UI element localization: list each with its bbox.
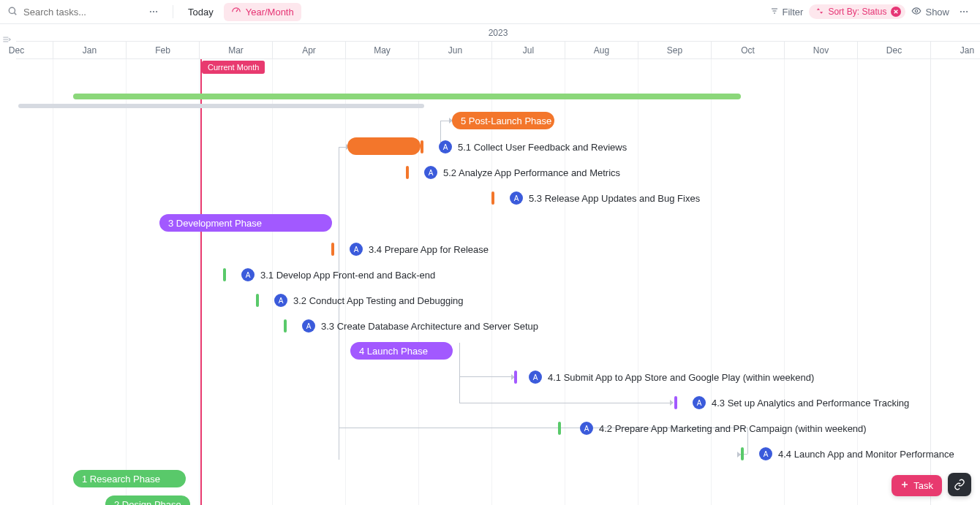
phase-4-launch[interactable]: 4 Launch Phase (350, 342, 453, 360)
month-cell: Nov (784, 42, 857, 59)
phase-2-design[interactable]: 2 Design Phase (105, 495, 190, 505)
task-3-1-tick[interactable] (223, 268, 226, 281)
svg-point-0 (9, 7, 15, 13)
summary-bar-green[interactable] (73, 94, 741, 99)
task-4-4-tick[interactable] (741, 447, 744, 460)
plus-icon (900, 480, 909, 491)
grid-line (272, 59, 273, 505)
filter-label: Filter (783, 7, 804, 18)
task-4-4[interactable]: A 4.4 Launch App and Monitor Performance (759, 447, 954, 460)
task-4-1-tick[interactable] (514, 371, 517, 384)
task-label: 4.3 Set up Analytics and Performance Tra… (712, 398, 909, 409)
summary-bar-grey[interactable] (18, 104, 424, 108)
avatar: A (759, 447, 772, 460)
task-label: 4.1 Submit App to App Store and Google P… (548, 372, 814, 383)
phase-5-post-launch[interactable]: 5 Post-Launch Phase (452, 112, 554, 129)
task-4-1[interactable]: A 4.1 Submit App to App Store and Google… (529, 371, 814, 384)
avatar: A (274, 294, 287, 307)
task-3-3[interactable]: A 3.3 Create Database Architecture and S… (302, 319, 538, 333)
grid-line (126, 59, 127, 505)
task-3-4[interactable]: A 3.4 Prepare App for Release (350, 243, 489, 256)
task-4-2-tick[interactable] (558, 422, 561, 435)
today-button[interactable]: Today (184, 4, 218, 20)
avatar: A (439, 140, 452, 153)
grid-line (711, 59, 712, 505)
grid-line (345, 59, 346, 505)
grid-line (418, 59, 419, 505)
task-3-4-tick[interactable] (331, 243, 334, 256)
toolbar-right: Filter Sort By: Status Show (770, 3, 973, 20)
task-label: 5.1 Collect User Feedback and Reviews (458, 142, 627, 153)
task-5-1-tick[interactable] (421, 140, 423, 153)
task-3-3-tick[interactable] (284, 319, 287, 333)
month-cell: Aug (565, 42, 638, 59)
avatar: A (302, 319, 315, 333)
current-month-badge: Current Month (202, 61, 265, 74)
task-label: 3.2 Conduct App Testing and Debugging (293, 295, 464, 306)
svg-point-3 (153, 11, 154, 12)
month-cell: Jul (491, 42, 565, 59)
grid-line (53, 59, 53, 505)
avatar: A (693, 396, 706, 409)
task-3-2[interactable]: A 3.2 Conduct App Testing and Debugging (274, 294, 464, 307)
scale-selector[interactable]: Year/Month (224, 3, 301, 21)
task-4-2[interactable]: A 4.2 Prepare App Marketing and PR Campa… (580, 422, 867, 435)
show-button[interactable]: Show (911, 6, 949, 18)
link-fab-button[interactable] (948, 473, 971, 496)
new-task-button[interactable]: Task (892, 475, 942, 496)
avatar: A (529, 371, 542, 384)
month-cell: Jan (930, 42, 980, 59)
eye-icon (911, 6, 921, 18)
avatar: A (510, 191, 523, 205)
task-label: 3.3 Create Database Architecture and Ser… (321, 321, 538, 332)
svg-point-13 (963, 11, 965, 12)
more-options-button[interactable] (145, 3, 162, 20)
task-5-3[interactable]: A 5.3 Release App Updates and Bug Fixes (510, 191, 700, 205)
phase-1-research[interactable]: 1 Research Phase (73, 470, 186, 487)
month-cell: Feb (126, 42, 199, 59)
svg-point-12 (960, 11, 962, 12)
toolbar-divider (173, 5, 173, 18)
show-label: Show (925, 7, 949, 18)
gantt-timeline[interactable]: 2023 DecJanFebMarAprMayJunJulAugSepOctNo… (0, 24, 980, 505)
avatar: A (350, 243, 363, 256)
new-task-label: Task (913, 480, 933, 491)
task-5-3-tick[interactable] (491, 191, 494, 205)
search-input[interactable] (22, 6, 124, 18)
avatar: A (424, 166, 437, 179)
avatar: A (241, 268, 255, 281)
svg-point-4 (156, 11, 157, 12)
year-header: 2023 (16, 24, 980, 42)
svg-point-14 (966, 11, 968, 12)
month-cell: May (345, 42, 418, 59)
sort-pill[interactable]: Sort By: Status (809, 4, 905, 19)
phase-3-development[interactable]: 3 Development Phase (159, 214, 332, 232)
task-label: 3.4 Prepare App for Release (369, 244, 489, 255)
task-5-2[interactable]: A 5.2 Analyze App Performance and Metric… (424, 166, 620, 179)
task-4-3[interactable]: A 4.3 Set up Analytics and Performance T… (693, 396, 909, 409)
phase-5-bar-short[interactable] (347, 137, 421, 155)
task-5-1[interactable]: A 5.1 Collect User Feedback and Reviews (439, 140, 627, 153)
task-4-3-tick[interactable] (674, 396, 677, 409)
task-5-2-tick[interactable] (406, 166, 409, 179)
task-label: 5.2 Analyze App Performance and Metrics (443, 167, 620, 178)
view-options-button[interactable] (955, 3, 973, 20)
task-label: 3.1 Develop App Front-end and Back-end (260, 270, 435, 281)
task-3-1[interactable]: A 3.1 Develop App Front-end and Back-end (241, 268, 435, 281)
grid-line (199, 59, 200, 505)
month-cell: Jun (418, 42, 491, 59)
close-icon[interactable] (891, 7, 901, 17)
month-cell: Apr (272, 42, 345, 59)
month-cell: Dec (0, 42, 53, 59)
svg-line-5 (236, 9, 238, 12)
toolbar: Today Year/Month Filter Sort By: Status (0, 0, 980, 24)
scale-label: Year/Month (246, 7, 294, 18)
task-label: 4.2 Prepare App Marketing and PR Campaig… (599, 423, 867, 434)
grid-line (565, 59, 565, 505)
task-3-2-tick[interactable] (256, 294, 259, 307)
svg-line-1 (15, 12, 17, 15)
search-icon (7, 6, 22, 18)
month-header: DecJanFebMarAprMayJunJulAugSepOctNovDecJ… (16, 42, 980, 59)
gauge-icon (231, 6, 241, 18)
filter-button[interactable]: Filter (770, 7, 804, 18)
